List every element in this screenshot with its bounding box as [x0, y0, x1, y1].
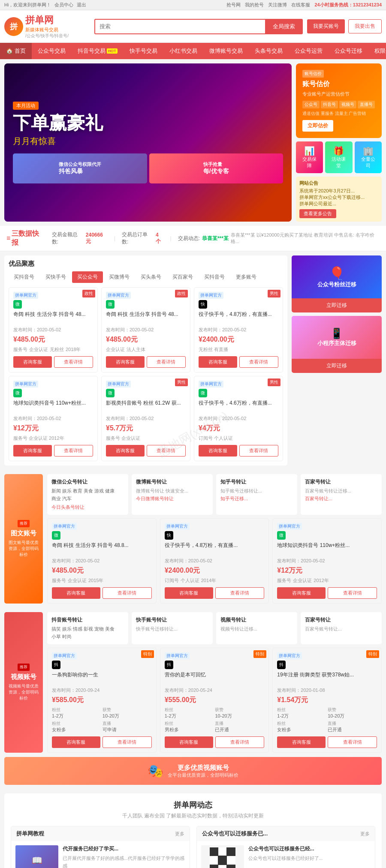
product-date-1: 发布时间：2020-05-02 [13, 327, 93, 333]
tab-toutiao[interactable]: 买头条号 [136, 271, 166, 283]
weibo-link[interactable]: 今日微博账号转让 [136, 496, 208, 502]
buy-account-link[interactable]: 抢号网 [226, 2, 241, 8]
zhihu-link[interactable]: 知乎号迁移... [220, 496, 293, 502]
follow-link[interactable]: 关注微博 [268, 2, 287, 8]
right-card-1[interactable]: 📊 交易保障 [296, 141, 323, 173]
tutorials-more[interactable]: 更多 [175, 831, 184, 837]
nav-item-gzh-ops[interactable]: 公众号运营 [289, 43, 329, 59]
gzh-article-more[interactable]: 更多 [360, 831, 370, 837]
dl-2[interactable]: 娱乐 [62, 626, 72, 632]
product-price-5: ¥5.7万元 [106, 424, 186, 433]
detail-button-2[interactable]: 查看详情 [147, 356, 186, 368]
my-account-link[interactable]: 我的抢号 [245, 2, 264, 8]
nav-item-toutiao[interactable]: 头条号交易 [249, 43, 289, 59]
detail-button-1[interactable]: 查看详情 [54, 356, 93, 368]
dl-5[interactable]: 宠物 [94, 626, 104, 632]
bj-title: 百家号转让 [305, 616, 377, 624]
miniapp-migrate-btn[interactable]: 立即迁移 [292, 359, 382, 373]
tab-kuaishou[interactable]: 买快手号 [40, 271, 71, 283]
consult-button-3[interactable]: 咨询客服 [199, 356, 237, 368]
detail-button-3[interactable]: 查看详情 [239, 356, 279, 368]
gp1-detail[interactable]: 查看详情 [103, 587, 152, 599]
tab-weibo[interactable]: 买微博号 [104, 271, 135, 283]
miniapp-migrate-banner[interactable]: 📱 小程序主体迁移 [292, 316, 382, 359]
gp2-consult[interactable]: 咨询客服 [165, 587, 213, 599]
link-car[interactable]: 汽车 [62, 496, 72, 502]
consult-button-1[interactable]: 咨询客服 [13, 356, 52, 368]
consult-button-4[interactable]: 咨询客服 [13, 445, 52, 457]
vp3-detail[interactable]: 查看详情 [328, 736, 377, 748]
gp3-detail[interactable]: 查看详情 [328, 587, 377, 599]
consult-button-5[interactable]: 咨询客服 [106, 445, 145, 457]
more-video-section[interactable]: 🎭 更多优质视频账号 全平台最优质资源，全部明码标价 [4, 757, 382, 785]
nav-item-gzh-migrate[interactable]: 公众号迁移 [329, 43, 368, 59]
dl-8[interactable]: 时尚 [62, 634, 72, 640]
search-input[interactable] [94, 19, 265, 34]
main-banner[interactable]: 本月活动 下单赢豪礼 月月有惊喜 微信公众号权限代开抖爸风暴 快手抢量每/优专客 [4, 63, 292, 222]
nav-item-permissions[interactable]: 权限代开 [368, 43, 386, 59]
right-card-2[interactable]: 🎁 活动课堂 [325, 141, 352, 173]
miniapp-migrate-card: 📱 小程序主体迁移 立即迁移 [292, 316, 382, 373]
gp2-detail[interactable]: 查看详情 [215, 587, 265, 599]
online-service-link[interactable]: 在线客服 [291, 2, 310, 8]
dl-3[interactable]: 情感 [73, 626, 82, 632]
buy-button[interactable]: 我要买账号 [307, 19, 345, 33]
link-game[interactable]: 游戏 [94, 488, 104, 494]
site-name[interactable]: 拼单网 [25, 14, 69, 27]
consult-button-2[interactable]: 咨询客服 [106, 356, 145, 368]
product-card-5: 拼单网官方 男性 微 影视类抖音账号 粉丝 61.2W 获... 发布时间：20… [101, 376, 190, 461]
nav-item-home[interactable]: 🏠 首页 [0, 43, 32, 59]
gzh-article-title: 公众号也可以迁移服务已... [202, 830, 268, 838]
baijia-link[interactable]: 百家号转让... [305, 496, 377, 502]
dl-6[interactable]: 美食 [105, 626, 115, 632]
vp1-detail[interactable]: 查看详情 [103, 736, 152, 748]
member-center-link[interactable]: 会员中心 [54, 2, 73, 8]
logout-link[interactable]: 退出 [77, 2, 86, 8]
kuaishou-platform-icon: 快 [199, 300, 207, 309]
link-biz[interactable]: 商业 [51, 496, 61, 502]
sub-banner-2[interactable]: 快手抢量每/优专客 [149, 153, 283, 183]
fans-migrate-btn[interactable]: 立即迁移 [292, 298, 382, 312]
tab-gzh[interactable]: 买公众号 [72, 271, 103, 283]
link-food[interactable]: 美食 [84, 488, 93, 494]
gp1-consult[interactable]: 咨询客服 [52, 587, 100, 599]
search-button[interactable]: 全局搜索 [265, 19, 303, 34]
link-health[interactable]: 健康 [105, 488, 115, 494]
fans-migrate-banner[interactable]: 🎈 公众号粉丝迁移 [292, 255, 382, 298]
dl-4[interactable]: 影视 [84, 626, 93, 632]
sell-button[interactable]: 我要出售 [348, 19, 382, 33]
product-source-4: 拼单网官方 [13, 381, 93, 387]
tab-baijia[interactable]: 买百家号 [167, 271, 198, 283]
tab-douyin[interactable]: 买抖音号 [9, 271, 39, 283]
toutiao-transfer-link[interactable]: 今日头条号转让 [51, 504, 124, 511]
vp3-consult[interactable]: 咨询客服 [277, 736, 326, 748]
right-card-3[interactable]: 🏢 全量公司 [355, 141, 382, 173]
sub-banner-1[interactable]: 微信公众号权限代开抖爸风暴 [13, 153, 147, 183]
link-edu[interactable]: 教育 [73, 488, 82, 494]
dl-1[interactable]: 搞笑 [51, 626, 61, 632]
estimate-button[interactable]: 立即估价 [302, 120, 333, 132]
gp3-consult[interactable]: 咨询客服 [277, 587, 326, 599]
vp2-detail[interactable]: 查看详情 [215, 736, 265, 748]
nav-item-wechat[interactable]: 公众号交易 公众号转让 微 公众号转让 微 订阅号转让 视频号转让 热门行业 娱… [32, 43, 72, 59]
nav-item-weibo[interactable]: 微博账号交易 [203, 43, 249, 59]
tab-more[interactable]: 更多账号 [231, 271, 262, 283]
vp1-consult[interactable]: 咨询客服 [52, 736, 100, 748]
consult-button-6[interactable]: 咨询客服 [199, 445, 237, 457]
vp2-consult[interactable]: 咨询客服 [165, 736, 213, 748]
link-entertain[interactable]: 娱乐 [62, 488, 72, 494]
nav-item-kuaishou[interactable]: 快手号交易 [124, 43, 163, 59]
detail-button-6[interactable]: 查看详情 [239, 445, 279, 457]
tab-douyin2[interactable]: 买抖音号 [199, 271, 230, 283]
product-info-3: 无粉丝 有直播 [199, 346, 278, 353]
more-announce-button[interactable]: 查看更多公告 [299, 209, 336, 218]
vp3-date: 发布时间：2020-01-08 [277, 687, 377, 694]
vp1-badge: 特别 [141, 650, 154, 658]
detail-button-5[interactable]: 查看详情 [147, 445, 186, 457]
dl-7[interactable]: 小草 [51, 634, 61, 640]
nav-item-xiaohongshu[interactable]: 小红书交易 [163, 43, 203, 59]
link-news[interactable]: 新闻 [51, 488, 61, 494]
product-title-6: 役子快手号，4.6万粉，有直播... [199, 399, 278, 413]
detail-button-4[interactable]: 查看详情 [54, 445, 93, 457]
nav-item-douyin[interactable]: 抖音号交易 HOT [72, 43, 124, 59]
